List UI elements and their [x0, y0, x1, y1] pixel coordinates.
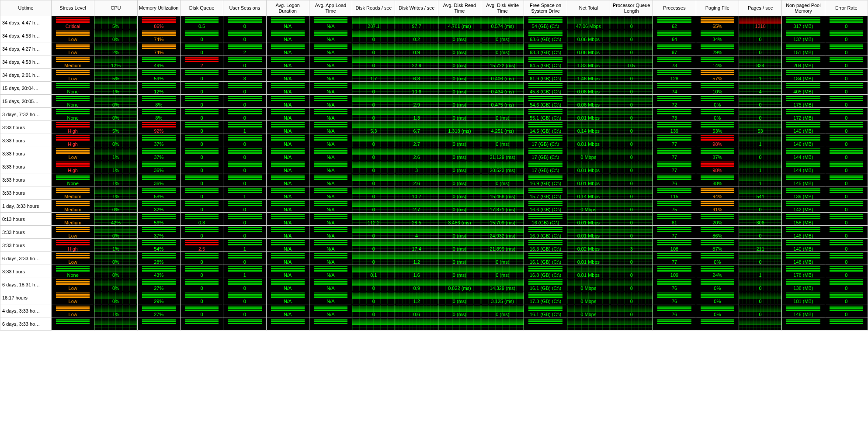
- appload-cell[interactable]: N/A: [309, 252, 352, 265]
- sessions-cell[interactable]: [223, 317, 266, 331]
- net-cell[interactable]: 0.06 Mbps: [567, 29, 610, 42]
- pql-cell[interactable]: 0: [610, 42, 653, 55]
- stress-cell[interactable]: High: [51, 134, 94, 147]
- col-header[interactable]: Pages / sec: [739, 0, 781, 16]
- processes-cell[interactable]: 76: [653, 304, 696, 317]
- cpu-cell[interactable]: 0%: [94, 200, 137, 213]
- appload-cell[interactable]: N/A: [309, 16, 352, 29]
- logon-cell[interactable]: N/A: [266, 108, 309, 121]
- memory-cell[interactable]: 59%: [137, 69, 180, 82]
- pages-sec-cell[interactable]: 0: [739, 29, 781, 42]
- disk-reads-cell[interactable]: 0: [352, 108, 395, 121]
- appload-cell[interactable]: N/A: [309, 134, 352, 147]
- disk-queue-cell[interactable]: 0: [180, 147, 223, 160]
- disk-writes-cell[interactable]: 2.7: [395, 200, 438, 213]
- col-header[interactable]: Uptime: [0, 0, 52, 16]
- stress-cell[interactable]: Low: [51, 304, 94, 317]
- disk-read-time-cell[interactable]: [438, 317, 481, 331]
- disk-read-time-cell[interactable]: 0 (ms): [438, 82, 481, 95]
- disk-read-time-cell[interactable]: 0 (ms): [438, 265, 481, 278]
- disk-write-time-cell[interactable]: 0 (ms): [481, 134, 524, 147]
- cpu-cell[interactable]: 1%: [94, 160, 137, 173]
- disk-writes-cell[interactable]: 4: [395, 226, 438, 239]
- pages-sec-cell[interactable]: 1: [739, 160, 781, 173]
- memory-cell[interactable]: 29%: [137, 291, 180, 304]
- stress-cell[interactable]: Low: [51, 252, 94, 265]
- cpu-cell[interactable]: 0%: [94, 278, 137, 291]
- memory-cell[interactable]: 54%: [137, 239, 180, 252]
- disk-writes-cell[interactable]: 6.7: [395, 121, 438, 134]
- free-space-cell[interactable]: 14.5 (GB) (C:\): [524, 121, 567, 134]
- net-cell[interactable]: 0.01 Mbps: [567, 108, 610, 121]
- logon-cell[interactable]: N/A: [266, 160, 309, 173]
- stress-cell[interactable]: High: [51, 121, 94, 134]
- disk-read-time-cell[interactable]: 3.486 (ms): [438, 213, 481, 226]
- logon-cell[interactable]: N/A: [266, 55, 309, 69]
- pages-sec-cell[interactable]: 0: [739, 200, 781, 213]
- table-row[interactable]: 3:33 hoursLow0%37%00N/AN/A040 (ms)24.932…: [0, 226, 868, 239]
- pages-sec-cell[interactable]: 4: [739, 82, 781, 95]
- pql-cell[interactable]: 0: [610, 16, 653, 29]
- appload-cell[interactable]: N/A: [309, 121, 352, 134]
- memory-cell[interactable]: 8%: [137, 95, 180, 108]
- disk-queue-cell[interactable]: 0: [180, 82, 223, 95]
- table-row[interactable]: 3:33 hoursMedium1%58%01N/AN/A010.70 (ms)…: [0, 186, 868, 200]
- pages-sec-cell[interactable]: 306: [739, 213, 781, 226]
- table-row[interactable]: 3:33 hoursHigh0%37%00N/AN/A02.70 (ms)0 (…: [0, 134, 868, 147]
- error-rate-cell[interactable]: 0: [825, 173, 868, 186]
- table-row[interactable]: 3:33 hoursNone1%36%00N/AN/A02.60 (ms)0 (…: [0, 173, 868, 186]
- processes-cell[interactable]: [653, 317, 696, 331]
- cpu-cell[interactable]: 1%: [94, 239, 137, 252]
- disk-write-time-cell[interactable]: 20.523 (ms): [481, 160, 524, 173]
- pages-sec-cell[interactable]: 1218: [739, 16, 781, 29]
- col-header[interactable]: Avg. Disk Write Time: [481, 0, 524, 16]
- logon-cell[interactable]: N/A: [266, 278, 309, 291]
- nonpaged-cell[interactable]: 140 (MB): [782, 239, 825, 252]
- memory-cell[interactable]: 37%: [137, 134, 180, 147]
- memory-cell[interactable]: 74%: [137, 42, 180, 55]
- memory-cell[interactable]: 74%: [137, 29, 180, 42]
- stress-cell[interactable]: Low: [51, 278, 94, 291]
- error-rate-cell[interactable]: 0: [825, 160, 868, 173]
- disk-writes-cell[interactable]: 2.6: [395, 147, 438, 160]
- disk-reads-cell[interactable]: 0: [352, 200, 395, 213]
- disk-write-time-cell[interactable]: 3.125 (ms): [481, 291, 524, 304]
- cpu-cell[interactable]: 1%: [94, 304, 137, 317]
- disk-write-time-cell[interactable]: 0 (ms): [481, 42, 524, 55]
- pql-cell[interactable]: 0: [610, 134, 653, 147]
- disk-write-time-cell[interactable]: 24.932 (ms): [481, 226, 524, 239]
- net-cell[interactable]: 1.48 Mbps: [567, 69, 610, 82]
- disk-queue-cell[interactable]: 0: [180, 200, 223, 213]
- memory-cell[interactable]: 37%: [137, 226, 180, 239]
- disk-write-time-cell[interactable]: 0.434 (ms): [481, 82, 524, 95]
- disk-reads-cell[interactable]: 0: [352, 252, 395, 265]
- paging-file-cell[interactable]: 0%: [696, 252, 739, 265]
- pages-sec-cell[interactable]: 0: [739, 252, 781, 265]
- net-cell[interactable]: 1.83 Mbps: [567, 55, 610, 69]
- disk-writes-cell[interactable]: 1.3: [395, 108, 438, 121]
- pql-cell[interactable]: 0: [610, 173, 653, 186]
- appload-cell[interactable]: N/A: [309, 29, 352, 42]
- net-cell[interactable]: 0 Mbps: [567, 200, 610, 213]
- cpu-cell[interactable]: [94, 317, 137, 331]
- pql-cell[interactable]: 0: [610, 108, 653, 121]
- logon-cell[interactable]: N/A: [266, 239, 309, 252]
- sessions-cell[interactable]: 0: [223, 134, 266, 147]
- disk-read-time-cell[interactable]: 0 (ms): [438, 291, 481, 304]
- disk-writes-cell[interactable]: 6.3: [395, 69, 438, 82]
- disk-queue-cell[interactable]: 2.5: [180, 239, 223, 252]
- nonpaged-cell[interactable]: 146 (MB): [782, 134, 825, 147]
- disk-reads-cell[interactable]: 0: [352, 291, 395, 304]
- sessions-cell[interactable]: 1: [223, 186, 266, 200]
- disk-write-time-cell[interactable]: 15.709 (ms): [481, 213, 524, 226]
- disk-writes-cell[interactable]: 1.2: [395, 252, 438, 265]
- processes-cell[interactable]: 139: [653, 121, 696, 134]
- nonpaged-cell[interactable]: 146 (MB): [782, 304, 825, 317]
- free-space-cell[interactable]: 16.1 (GB) (C:\): [524, 304, 567, 317]
- free-space-cell[interactable]: 16.9 (GB) (C:\): [524, 226, 567, 239]
- cpu-cell[interactable]: 42%: [94, 213, 137, 226]
- pql-cell[interactable]: 0: [610, 304, 653, 317]
- net-cell[interactable]: 0.01 Mbps: [567, 265, 610, 278]
- error-rate-cell[interactable]: 0: [825, 95, 868, 108]
- table-row[interactable]: 3 days, 7:32 ho…None0%8%00N/AN/A01.30 (m…: [0, 108, 868, 121]
